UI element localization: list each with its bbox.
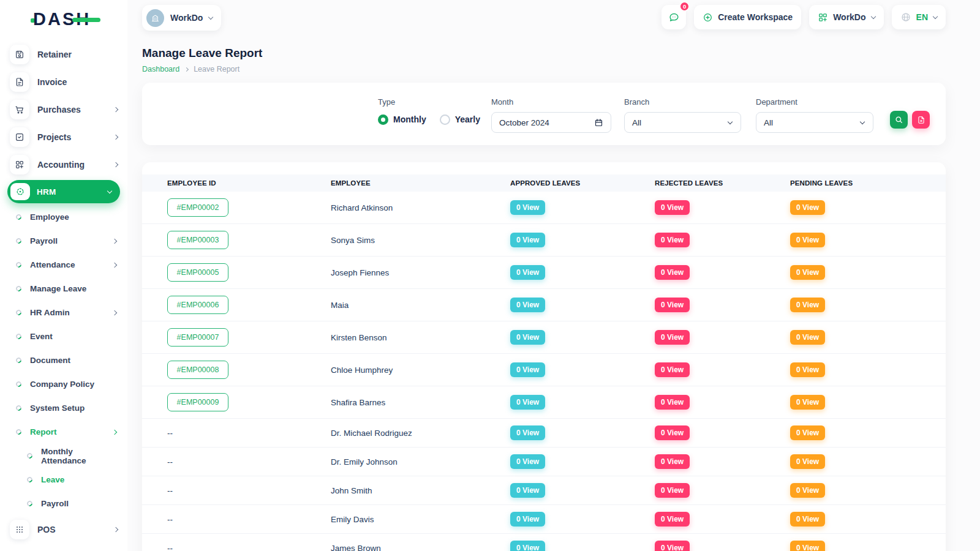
pending-view-button[interactable]: 0 View — [790, 200, 825, 215]
employee-id-badge[interactable]: #EMP00003 — [167, 231, 228, 249]
reset-export-button[interactable] — [912, 111, 930, 129]
pending-view-button[interactable]: 0 View — [790, 454, 825, 469]
approved-view-button[interactable]: 0 View — [510, 395, 545, 410]
rejected-view-button[interactable]: 0 View — [655, 265, 690, 280]
employee-name: Chloe Humphrey — [331, 354, 510, 386]
sidebar-item-retainer[interactable]: Retainer — [0, 40, 127, 68]
sidebar-item-invoice[interactable]: Invoice — [0, 68, 127, 96]
employee-id-badge[interactable]: #EMP00007 — [167, 328, 228, 347]
sidebar-item-accounting[interactable]: Accounting — [0, 151, 127, 178]
breadcrumb-separator-icon — [184, 67, 189, 71]
purchases-cart-icon — [10, 100, 29, 119]
employee-id-badge[interactable]: #EMP00002 — [167, 198, 228, 217]
employee-name: Emily Davis — [331, 505, 510, 534]
accounting-grid-icon — [10, 155, 29, 174]
pending-view-button[interactable]: 0 View — [790, 512, 825, 527]
pos-apps-icon — [10, 520, 29, 539]
language-selector[interactable]: EN — [892, 5, 946, 29]
messages-button[interactable]: 0 — [662, 5, 686, 29]
approved-view-button[interactable]: 0 View — [510, 265, 545, 280]
employee-id-badge[interactable]: #EMP00006 — [167, 296, 228, 314]
sidebar-item-label: Projects — [37, 132, 114, 142]
create-workspace-button[interactable]: Create Workspace — [694, 5, 801, 29]
col-employee-id: Employee ID — [142, 174, 331, 192]
pending-view-button[interactable]: 0 View — [790, 233, 825, 247]
employee-name: Dr. Emily Johnson — [331, 448, 510, 476]
rejected-view-button[interactable]: 0 View — [655, 330, 690, 345]
pending-view-button[interactable]: 0 View — [790, 330, 825, 345]
chevron-down-icon — [728, 119, 733, 124]
rejected-view-button[interactable]: 0 View — [655, 298, 690, 312]
approved-view-button[interactable]: 0 View — [510, 425, 545, 440]
approved-view-button[interactable]: 0 View — [510, 330, 545, 345]
sidebar-item-company-policy[interactable]: Company Policy — [0, 372, 127, 396]
table-row: -- John Smith 0 View 0 View 0 View — [142, 476, 946, 505]
table-row: #EMP00002 Richard Atkinson 0 View 0 View… — [142, 192, 946, 224]
rejected-view-button[interactable]: 0 View — [655, 233, 690, 247]
sidebar-item-payroll[interactable]: Payroll — [0, 229, 127, 253]
employee-id-badge[interactable]: #EMP00009 — [167, 393, 228, 411]
rejected-view-button[interactable]: 0 View — [655, 512, 690, 527]
workspace-selector[interactable]: WorkDo — [142, 5, 221, 31]
rejected-view-button[interactable]: 0 View — [655, 483, 690, 498]
sidebar-item-manage-leave[interactable]: Manage Leave — [0, 277, 127, 301]
sidebar-item-pos[interactable]: POS — [0, 515, 127, 543]
department-select[interactable]: All — [756, 112, 873, 133]
rejected-view-button[interactable]: 0 View — [655, 395, 690, 410]
approved-view-button[interactable]: 0 View — [510, 541, 545, 551]
sidebar-item-label: HRM — [37, 187, 108, 197]
approved-view-button[interactable]: 0 View — [510, 483, 545, 498]
employee-id-badge[interactable]: #EMP00005 — [167, 263, 228, 282]
sidebar-item-employee[interactable]: Employee — [0, 205, 127, 229]
approved-view-button[interactable]: 0 View — [510, 233, 545, 247]
sidebar-item-report[interactable]: Report — [0, 420, 127, 444]
pending-view-button[interactable]: 0 View — [790, 298, 825, 312]
approved-view-button[interactable]: 0 View — [510, 454, 545, 469]
sidebar: DASH Retainer Invoice Purchases — [0, 0, 127, 551]
approved-view-button[interactable]: 0 View — [510, 512, 545, 527]
rejected-view-button[interactable]: 0 View — [655, 200, 690, 215]
pending-view-button[interactable]: 0 View — [790, 362, 825, 377]
employee-id-badge[interactable]: #EMP00008 — [167, 361, 228, 379]
chevron-right-icon — [113, 162, 118, 167]
sidebar-item-projects[interactable]: Projects — [0, 123, 127, 151]
rejected-view-button[interactable]: 0 View — [655, 362, 690, 377]
brand-logo[interactable]: DASH — [0, 0, 127, 38]
branch-label: Branch — [624, 97, 741, 107]
approved-view-button[interactable]: 0 View — [510, 362, 545, 377]
sidebar-item-hr-admin[interactable]: HR Admin — [0, 301, 127, 324]
search-button[interactable] — [890, 111, 908, 129]
workspace-name: WorkDo — [170, 13, 203, 23]
leave-report-table: Employee ID Employee Approved Leaves Rej… — [142, 174, 946, 551]
branch-select[interactable]: All — [624, 112, 741, 133]
pending-view-button[interactable]: 0 View — [790, 483, 825, 498]
sidebar-item-document[interactable]: Document — [0, 348, 127, 372]
sidebar-item-event[interactable]: Event — [0, 324, 127, 348]
pending-view-button[interactable]: 0 View — [790, 265, 825, 280]
approved-view-button[interactable]: 0 View — [510, 298, 545, 312]
messages-count-badge: 0 — [679, 1, 690, 12]
sidebar-item-hrm[interactable]: HRM — [7, 180, 120, 203]
retainer-save-icon — [10, 45, 29, 64]
sidebar-item-report-payroll[interactable]: Payroll — [0, 492, 127, 515]
rejected-view-button[interactable]: 0 View — [655, 425, 690, 440]
yearly-radio[interactable]: Yearly — [440, 114, 480, 125]
grid-plus-icon — [818, 12, 828, 23]
pending-view-button[interactable]: 0 View — [790, 425, 825, 440]
pending-view-button[interactable]: 0 View — [790, 395, 825, 410]
sidebar-item-leave[interactable]: Leave — [0, 468, 127, 492]
breadcrumb-dashboard-link[interactable]: Dashboard — [142, 65, 179, 73]
employee-name: Shafira Barnes — [331, 386, 510, 419]
sidebar-item-attendance[interactable]: Attendance — [0, 253, 127, 277]
app-switcher-button[interactable]: WorkDo — [809, 5, 883, 29]
rejected-view-button[interactable]: 0 View — [655, 541, 690, 551]
month-input[interactable]: October 2024 — [491, 112, 611, 133]
pending-view-button[interactable]: 0 View — [790, 541, 825, 551]
approved-view-button[interactable]: 0 View — [510, 200, 545, 215]
sidebar-item-monthly-attendance[interactable]: Monthly Attendance — [0, 444, 127, 468]
sidebar-item-purchases[interactable]: Purchases — [0, 96, 127, 123]
sidebar-item-system-setup[interactable]: System Setup — [0, 396, 127, 420]
monthly-radio[interactable]: Monthly — [378, 114, 426, 125]
rejected-view-button[interactable]: 0 View — [655, 454, 690, 469]
month-label: Month — [491, 97, 611, 107]
